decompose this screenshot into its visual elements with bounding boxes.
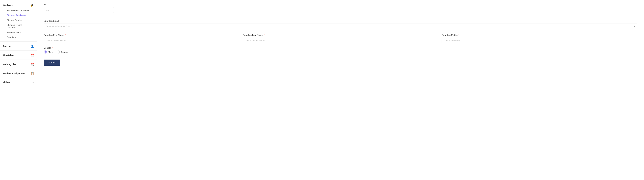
test-input[interactable] — [44, 7, 114, 13]
guardian-last-name-input[interactable] — [243, 38, 438, 43]
timetable-icon: 📅 — [31, 54, 34, 57]
guardian-email-section: Guardian Email * Search for Guardian Ema… — [44, 20, 637, 29]
holiday-list-icon: 📆 — [31, 63, 34, 66]
test-section: test — [44, 3, 637, 13]
submit-section: Submit — [44, 58, 637, 66]
gender-male-option[interactable]: Male — [44, 50, 53, 53]
guardian-mobile-label: Guardian Mobile * — [442, 34, 637, 36]
sliders-section-title: Sliders — [3, 81, 10, 84]
gender-section: Gender * Male Female — [44, 47, 637, 53]
guardian-email-label: Guardian Email * — [44, 20, 637, 22]
gender-label: Gender * — [44, 47, 637, 49]
sidebar-divider-5 — [0, 78, 37, 78]
teacher-section: Teacher 👤 — [0, 43, 37, 49]
gender-required: * — [52, 47, 53, 49]
guardian-first-name-label: Guardian First Name * — [44, 34, 239, 36]
sliders-section-header[interactable]: Sliders ≡ — [3, 81, 34, 84]
guardian-last-name-required: * — [264, 34, 264, 36]
section-divider-1 — [44, 16, 637, 16]
student-assignment-section: Student Assignment 📋 — [0, 70, 37, 77]
sliders-icon: ≡ — [32, 81, 34, 84]
students-section: Students 🎓 Admission Form Fields Student… — [0, 2, 37, 40]
guardian-mobile-required: * — [458, 34, 459, 36]
guardian-names-row: Guardian First Name * Guardian Last Name… — [44, 34, 637, 43]
gender-radio-group: Male Female — [44, 50, 637, 53]
holiday-list-section-header[interactable]: Holiday List 📆 — [3, 63, 34, 66]
gender-female-option[interactable]: Female — [57, 50, 68, 53]
timetable-section: Timetable 📅 — [0, 52, 37, 59]
guardian-first-name-col: Guardian First Name * — [44, 34, 239, 43]
submit-button[interactable]: Submit — [44, 60, 60, 66]
guardian-first-name-input[interactable] — [44, 38, 239, 43]
sliders-section: Sliders ≡ — [0, 79, 37, 86]
students-section-title: Students — [3, 4, 13, 7]
sidebar-divider-1 — [0, 41, 37, 42]
main-content: test Guardian Email * Search for Guardia… — [37, 0, 644, 180]
gender-male-radio-custom — [44, 50, 46, 53]
student-assignment-section-header[interactable]: Student Assignment 📋 — [3, 72, 34, 75]
guardian-email-select[interactable]: Search for Guardian Email — [44, 24, 637, 29]
guardian-email-select-wrapper: Search for Guardian Email — [44, 24, 637, 29]
guardian-mobile-col: Guardian Mobile * — [442, 34, 637, 43]
sidebar-item-add-bulk-data[interactable]: Add Bulk Data — [3, 30, 34, 35]
sidebar-item-student-details[interactable]: Student Details — [3, 18, 34, 23]
student-assignment-icon: 📋 — [31, 72, 34, 75]
timetable-section-title: Timetable — [3, 54, 14, 57]
students-section-header: Students 🎓 — [3, 4, 34, 7]
sidebar-item-guardian[interactable]: Guardian — [3, 35, 34, 40]
guardian-last-name-col: Guardian Last Name * — [243, 34, 438, 43]
guardian-first-name-required: * — [65, 34, 66, 36]
gender-female-label: Female — [61, 51, 68, 53]
sidebar-item-students-reset-password[interactable]: Students Reset Password — [3, 23, 34, 30]
sidebar-item-admission-form-fields[interactable]: Admission Form Fields — [3, 8, 34, 13]
sidebar-item-students-admission[interactable]: Students Admission — [3, 13, 34, 18]
teacher-section-title: Teacher — [3, 45, 12, 48]
guardian-email-required: * — [60, 20, 60, 22]
student-assignment-section-title: Student Assignment — [3, 72, 26, 75]
teacher-section-header[interactable]: Teacher 👤 — [3, 45, 34, 48]
sidebar-divider-2 — [0, 50, 37, 51]
holiday-list-section-title: Holiday List — [3, 63, 16, 66]
gender-female-radio-custom — [57, 50, 60, 53]
sidebar: Students 🎓 Admission Form Fields Student… — [0, 0, 37, 180]
students-icon: 🎓 — [31, 4, 34, 7]
teacher-icon: 👤 — [31, 45, 34, 48]
gender-male-label: Male — [48, 51, 53, 53]
timetable-section-header[interactable]: Timetable 📅 — [3, 54, 34, 57]
holiday-list-section: Holiday List 📆 — [0, 61, 37, 68]
test-label: test — [44, 3, 637, 6]
guardian-last-name-label: Guardian Last Name * — [243, 34, 438, 36]
guardian-mobile-input[interactable] — [442, 38, 637, 43]
